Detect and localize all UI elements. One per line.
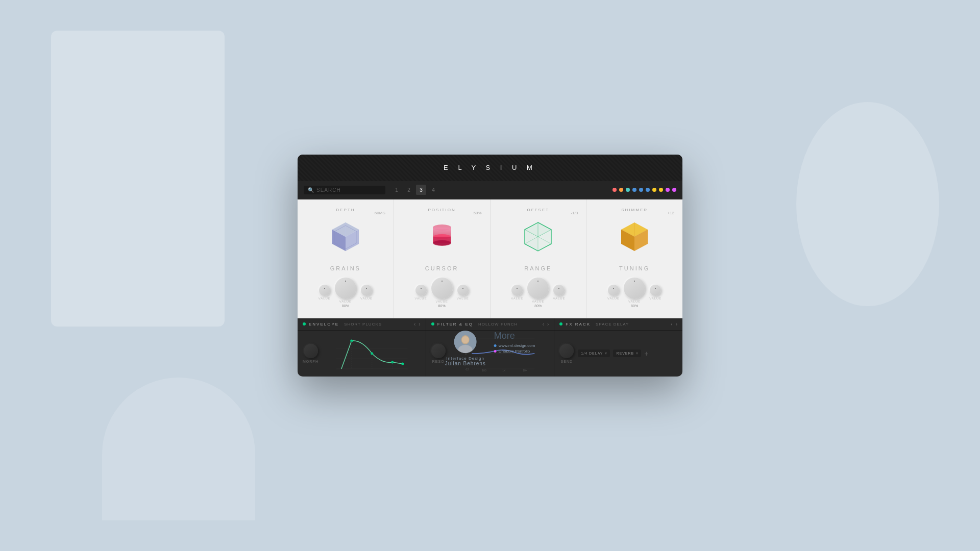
website-link[interactable]: www.rnl-design.com: [494, 343, 535, 348]
tuning-main-label: VALUE: [628, 300, 641, 303]
envelope-panel: ENVELOPE SHORT PLUCKS ‹ › MORPH: [298, 318, 426, 377]
design-label: Interface Design: [445, 356, 486, 361]
cursor-main-knob[interactable]: [431, 278, 453, 299]
filter-reso-knob[interactable]: [431, 344, 446, 358]
dot-6[interactable]: [646, 188, 650, 192]
tuning-main-value: 80%: [631, 304, 638, 308]
dot-9[interactable]: [666, 188, 670, 192]
fx-nav: ‹ ›: [671, 321, 677, 327]
cursor-cube: [422, 216, 462, 257]
envelope-prev[interactable]: ‹: [414, 321, 415, 327]
plugin-title: E L Y S I U M: [444, 164, 536, 171]
bg-shape-right: [796, 102, 939, 306]
tuning-section-name: TUNING: [619, 265, 650, 271]
svg-text:100: 100: [482, 369, 486, 371]
range-value-left-label: VALUE: [511, 297, 523, 300]
dot-3[interactable]: [626, 188, 630, 192]
grains-knob-right: VALUE: [360, 285, 373, 300]
range-value-right-knob[interactable]: [553, 285, 565, 296]
cursor-value-left-knob[interactable]: [415, 285, 427, 296]
more-section: More www.rnl-design.com Dribbble Portfol…: [494, 331, 535, 354]
range-main-knob[interactable]: [527, 278, 549, 299]
toolbar-dots: [612, 188, 676, 192]
envelope-header: ENVELOPE SHORT PLUCKS ‹ ›: [298, 318, 426, 331]
fx-header: FX RACK SPACE DELAY ‹ ›: [554, 318, 682, 331]
tuning-value-right-label: VALUE: [649, 297, 662, 300]
tuning-value-left-knob[interactable]: [608, 285, 619, 296]
tuning-shimmer-label: SHIMMER: [621, 208, 648, 212]
cursor-knob-main: VALUE 80%: [431, 278, 453, 308]
envelope-morph-label: MORPH: [303, 360, 318, 363]
plugin-header: E L Y S I U M: [298, 155, 682, 181]
envelope-nav: ‹ ›: [414, 321, 421, 327]
fx-reverb-item[interactable]: REVERB ▾: [613, 349, 641, 357]
cursor-value-right-knob[interactable]: [457, 285, 469, 296]
envelope-morph-group: MORPH: [303, 344, 318, 363]
dot-8[interactable]: [659, 188, 663, 192]
more-links: www.rnl-design.com Dribbble Portfolio: [494, 343, 535, 354]
search-box[interactable]: 🔍 SEARCH: [304, 186, 385, 194]
fx-next[interactable]: ›: [676, 321, 677, 327]
tuning-value-right-knob[interactable]: [650, 285, 661, 296]
filter-subtitle: HOLLOW PUNCH: [478, 322, 518, 327]
grains-value-right-knob[interactable]: [361, 285, 372, 296]
grains-value-left-knob[interactable]: [319, 285, 330, 296]
fx-delay-label: 1/4 DELAY: [581, 352, 603, 355]
preset-4[interactable]: 4: [428, 185, 438, 195]
tuning-knobs: VALUE VALUE 80%: [607, 278, 662, 308]
fx-rack-panel: FX RACK SPACE DELAY ‹ › SEND: [554, 318, 682, 377]
envelope-next[interactable]: ›: [419, 321, 420, 327]
range-value-left-knob[interactable]: [511, 285, 523, 296]
fx-add-button[interactable]: +: [644, 349, 648, 358]
envelope-title: ENVELOPE: [309, 322, 339, 327]
grains-value-left-label: VALUE: [318, 297, 331, 300]
preset-1[interactable]: 1: [391, 185, 402, 195]
more-title: More: [494, 331, 535, 341]
svg-point-13: [433, 240, 451, 245]
fx-title: FX RACK: [566, 322, 591, 327]
range-cube: [518, 216, 558, 257]
grains-main-value: 80%: [342, 304, 349, 308]
grains-main-knob[interactable]: [335, 278, 356, 299]
fx-dot: [559, 322, 562, 325]
tuning-main-knob[interactable]: [624, 278, 645, 299]
dribbble-link[interactable]: Dribbble Portfolio: [494, 349, 535, 354]
tuning-shimmer-value: +12: [667, 211, 674, 215]
cursor-position-value: 50%: [473, 211, 481, 215]
section-range: OFFSET -1/8: [491, 199, 587, 318]
filter-header: FILTER & EQ HOLLOW PUNCH ‹ ›: [426, 318, 554, 331]
cursor-knob-left: VALUE: [414, 285, 427, 300]
range-value-right-label: VALUE: [553, 297, 565, 300]
envelope-graph: [324, 336, 421, 371]
section-tuning: SHIMMER +12 TUNING: [586, 199, 682, 318]
dot-2[interactable]: [619, 188, 623, 192]
range-offset-value: -1/8: [571, 211, 578, 215]
dot-5[interactable]: [639, 188, 643, 192]
attribution: Interface Design Julian Behrens More www…: [445, 331, 535, 366]
envelope-subtitle: SHORT PLUCKS: [344, 322, 382, 327]
dot-4[interactable]: [632, 188, 636, 192]
filter-prev[interactable]: ‹: [543, 321, 544, 327]
sections-row: DEPTH 60MS: [298, 199, 682, 318]
dot-1[interactable]: [612, 188, 617, 192]
range-knob-main: VALUE 80%: [527, 278, 549, 308]
fx-chain: 1/4 DELAY ▾ REVERB ▾ +: [578, 349, 677, 358]
fx-prev[interactable]: ‹: [671, 321, 672, 327]
fx-send-knob[interactable]: [559, 344, 574, 358]
grains-depth-label: DEPTH: [336, 208, 355, 212]
filter-reso-group: RESO: [431, 344, 446, 363]
preset-3[interactable]: 3: [416, 185, 426, 195]
grains-section-name: GRAINS: [330, 265, 361, 271]
plugin-toolbar: 🔍 SEARCH 1 2 3 4: [298, 181, 682, 199]
cursor-knob-right: VALUE: [457, 285, 469, 300]
fx-delay-item[interactable]: 1/4 DELAY ▾: [578, 349, 610, 357]
dot-10[interactable]: [672, 188, 676, 192]
envelope-morph-knob[interactable]: [304, 344, 318, 358]
dot-7[interactable]: [652, 188, 656, 192]
preset-2[interactable]: 2: [404, 185, 414, 195]
grains-knobs: VALUE VALUE 80%: [318, 278, 373, 308]
filter-next[interactable]: ›: [547, 321, 549, 327]
website-text: www.rnl-design.com: [499, 343, 535, 348]
range-section-name: RANGE: [524, 265, 552, 271]
fx-content: SEND 1/4 DELAY ▾ REVERB ▾ +: [554, 331, 682, 377]
